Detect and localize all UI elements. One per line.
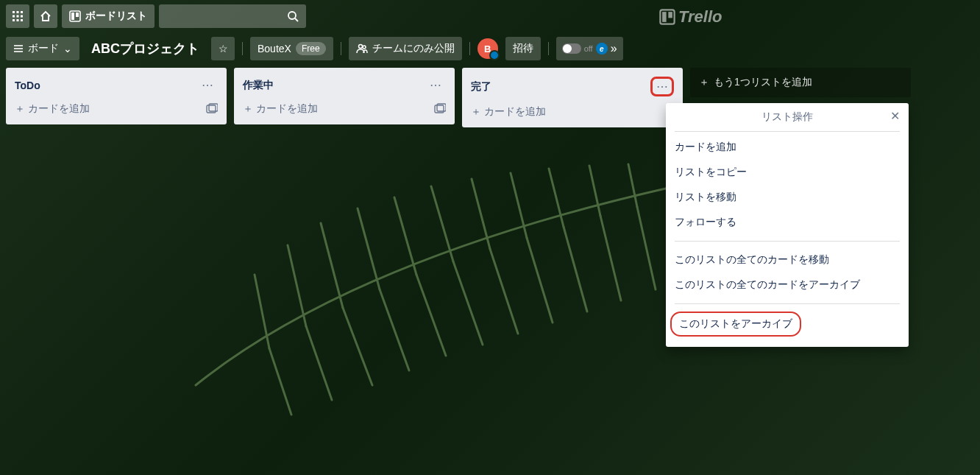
svg-rect-4	[17, 15, 19, 18]
ellipsis-icon: ⋯	[430, 79, 441, 91]
home-button[interactable]	[34, 4, 57, 28]
card-template-button[interactable]	[206, 103, 218, 115]
boards-button[interactable]: ボードリスト	[62, 4, 155, 28]
star-button[interactable]: ☆	[211, 37, 235, 60]
svg-rect-1	[17, 11, 19, 13]
list-done: 完了 ⋯ ＋ カードを追加	[462, 68, 683, 127]
search-input[interactable]	[159, 4, 306, 28]
divider	[469, 42, 470, 55]
member-avatar[interactable]: B	[477, 38, 498, 59]
svg-rect-8	[21, 19, 23, 21]
team-name: BouteX	[258, 43, 291, 54]
svg-rect-0	[13, 11, 15, 13]
svg-rect-10	[71, 13, 74, 20]
add-card-label: カードを追加	[28, 102, 90, 116]
board-header: ボード ⌄ ABCプロジェクト ☆ BouteX Free チームにのみ公開 B…	[0, 32, 980, 65]
svg-rect-6	[13, 19, 15, 21]
add-card-button[interactable]: ＋ カードを追加	[471, 105, 546, 119]
popover-item-move-list[interactable]: リストを移動	[675, 185, 900, 210]
svg-line-13	[295, 18, 298, 21]
svg-rect-3	[13, 15, 15, 18]
list-menu-button[interactable]: ⋯	[650, 77, 674, 96]
invite-button[interactable]: 招待	[505, 37, 541, 60]
apps-button[interactable]	[6, 4, 29, 28]
plus-icon: ＋	[15, 102, 25, 116]
list-title[interactable]: 完了	[471, 80, 491, 94]
plan-badge: Free	[296, 42, 326, 55]
divider	[341, 42, 341, 55]
chevrons-right-icon: »	[611, 42, 617, 55]
add-card-button[interactable]: ＋ カードを追加	[243, 102, 318, 116]
butler-icon: e	[596, 43, 608, 54]
svg-rect-15	[662, 12, 667, 22]
list-todo: ToDo ⋯ ＋ カードを追加	[6, 68, 227, 124]
list-actions-popover: リスト操作 ✕ カードを追加 リストをコピー リストを移動 フォローする このリ…	[666, 103, 909, 347]
board-switcher[interactable]: ボード ⌄	[6, 37, 79, 60]
template-icon	[206, 103, 218, 115]
star-icon: ☆	[219, 43, 228, 54]
svg-point-20	[358, 45, 362, 49]
svg-rect-5	[21, 15, 23, 18]
board-switcher-label: ボード	[28, 42, 59, 55]
toggle-label: off	[584, 44, 593, 53]
add-card-label: カードを追加	[484, 105, 546, 119]
svg-point-21	[363, 46, 366, 49]
list-in-progress: 作業中 ⋯ ＋ カードを追加	[234, 68, 455, 124]
svg-rect-16	[668, 12, 672, 18]
add-list-button[interactable]: ＋ もう1つリストを追加	[690, 68, 911, 97]
plus-icon: ＋	[471, 105, 481, 119]
team-button[interactable]: BouteX Free	[250, 37, 333, 60]
chevron-down-icon: ⌄	[63, 43, 72, 54]
ellipsis-icon: ⋯	[202, 79, 213, 91]
divider	[548, 42, 549, 55]
popover-item-add-card[interactable]: カードを追加	[675, 135, 900, 160]
popover-item-archive-list[interactable]: このリストをアーカイブ	[670, 312, 801, 337]
add-card-button[interactable]: ＋ カードを追加	[15, 102, 90, 116]
board-title[interactable]: ABCプロジェクト	[87, 40, 204, 57]
bars-icon	[13, 43, 24, 54]
visibility-button[interactable]: チームにのみ公開	[349, 37, 462, 60]
app-logo: Trello	[659, 7, 722, 27]
popover-item-move-all-cards[interactable]: このリストの全てのカードを移動	[675, 247, 900, 272]
switch-icon	[562, 43, 581, 54]
invite-label: 招待	[513, 42, 533, 55]
list-menu-button[interactable]: ⋯	[197, 77, 218, 94]
visibility-label: チームにのみ公開	[372, 42, 455, 55]
list-menu-button[interactable]: ⋯	[425, 77, 446, 94]
svg-rect-2	[21, 11, 23, 13]
card-template-button[interactable]	[434, 103, 446, 115]
popover-item-copy-list[interactable]: リストをコピー	[675, 160, 900, 185]
divider	[242, 42, 243, 55]
search-icon	[287, 10, 299, 22]
close-icon: ✕	[890, 110, 900, 122]
svg-rect-7	[17, 19, 19, 21]
popover-item-follow[interactable]: フォローする	[675, 210, 900, 235]
add-list-label: もう1つリストを追加	[714, 76, 812, 89]
boards-button-label: ボードリスト	[85, 10, 147, 23]
people-icon	[356, 43, 368, 54]
butler-toggle[interactable]: off e »	[556, 37, 623, 60]
popover-title: リスト操作	[761, 110, 813, 122]
plus-icon: ＋	[699, 76, 709, 89]
home-icon	[40, 10, 52, 22]
popover-close-button[interactable]: ✕	[890, 109, 900, 123]
board-icon	[69, 10, 81, 22]
svg-rect-11	[76, 13, 79, 17]
top-navigation: ボードリスト Trello	[0, 0, 980, 32]
popover-item-archive-all-cards[interactable]: このリストの全てのカードをアーカイブ	[675, 272, 900, 298]
add-card-label: カードを追加	[256, 102, 318, 116]
svg-point-12	[288, 12, 296, 19]
list-title[interactable]: 作業中	[243, 79, 274, 92]
plus-icon: ＋	[243, 102, 253, 116]
ellipsis-icon: ⋯	[656, 80, 668, 93]
list-title[interactable]: ToDo	[15, 80, 40, 91]
apps-icon	[12, 10, 24, 22]
template-icon	[434, 103, 446, 115]
